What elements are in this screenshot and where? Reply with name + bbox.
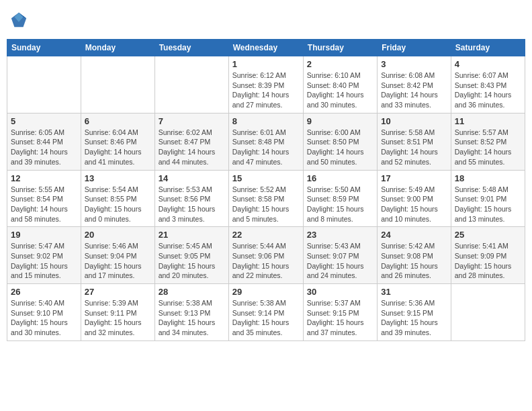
calendar-week-row: 12Sunrise: 5:55 AM Sunset: 8:54 PM Dayli… xyxy=(7,170,525,227)
weekday-header-tuesday: Tuesday xyxy=(154,40,228,56)
day-detail: Sunrise: 6:00 AM Sunset: 8:50 PM Dayligh… xyxy=(307,128,373,167)
calendar-cell: 30Sunrise: 5:37 AM Sunset: 9:15 PM Dayli… xyxy=(303,284,377,341)
day-detail: Sunrise: 6:10 AM Sunset: 8:40 PM Dayligh… xyxy=(307,71,373,110)
day-detail: Sunrise: 5:52 AM Sunset: 8:58 PM Dayligh… xyxy=(232,185,300,224)
weekday-header-sunday: Sunday xyxy=(7,40,81,56)
calendar-cell: 18Sunrise: 5:48 AM Sunset: 9:01 PM Dayli… xyxy=(451,170,525,227)
calendar-cell: 26Sunrise: 5:40 AM Sunset: 9:10 PM Dayli… xyxy=(7,284,81,341)
calendar-cell xyxy=(7,56,81,113)
day-detail: Sunrise: 6:05 AM Sunset: 8:44 PM Dayligh… xyxy=(11,128,77,167)
header xyxy=(7,7,525,34)
day-number: 20 xyxy=(85,230,151,240)
day-number: 29 xyxy=(232,287,300,297)
day-number: 31 xyxy=(381,287,447,297)
day-number: 12 xyxy=(11,173,77,183)
day-detail: Sunrise: 5:37 AM Sunset: 9:15 PM Dayligh… xyxy=(307,298,373,338)
day-number: 23 xyxy=(307,230,373,240)
day-detail: Sunrise: 5:40 AM Sunset: 9:10 PM Dayligh… xyxy=(11,298,77,338)
calendar-week-row: 19Sunrise: 5:47 AM Sunset: 9:02 PM Dayli… xyxy=(7,227,525,284)
day-number: 17 xyxy=(381,173,447,183)
day-number: 9 xyxy=(307,116,373,126)
calendar-cell: 20Sunrise: 5:46 AM Sunset: 9:04 PM Dayli… xyxy=(81,227,154,284)
calendar-cell: 15Sunrise: 5:52 AM Sunset: 8:58 PM Dayli… xyxy=(228,170,303,227)
day-detail: Sunrise: 5:44 AM Sunset: 9:06 PM Dayligh… xyxy=(232,241,300,281)
day-detail: Sunrise: 5:39 AM Sunset: 9:11 PM Dayligh… xyxy=(85,298,151,338)
weekday-header-wednesday: Wednesday xyxy=(228,40,303,56)
calendar-cell: 27Sunrise: 5:39 AM Sunset: 9:11 PM Dayli… xyxy=(81,284,154,341)
calendar-cell: 4Sunrise: 6:07 AM Sunset: 8:43 PM Daylig… xyxy=(451,56,525,113)
day-detail: Sunrise: 5:38 AM Sunset: 9:14 PM Dayligh… xyxy=(232,298,300,338)
calendar-cell: 10Sunrise: 5:58 AM Sunset: 8:51 PM Dayli… xyxy=(378,113,451,170)
day-number: 1 xyxy=(232,59,300,69)
calendar-table: SundayMondayTuesdayWednesdayThursdayFrid… xyxy=(7,39,525,341)
calendar-cell: 6Sunrise: 6:04 AM Sunset: 8:46 PM Daylig… xyxy=(81,113,154,170)
day-detail: Sunrise: 5:49 AM Sunset: 9:00 PM Dayligh… xyxy=(381,185,447,224)
day-detail: Sunrise: 5:42 AM Sunset: 9:08 PM Dayligh… xyxy=(381,241,447,281)
weekday-header-friday: Friday xyxy=(378,40,451,56)
day-detail: Sunrise: 5:53 AM Sunset: 8:56 PM Dayligh… xyxy=(159,185,225,224)
day-number: 24 xyxy=(381,230,447,240)
day-detail: Sunrise: 5:46 AM Sunset: 9:04 PM Dayligh… xyxy=(85,241,151,281)
calendar-cell: 28Sunrise: 5:38 AM Sunset: 9:13 PM Dayli… xyxy=(154,284,228,341)
calendar-cell: 1Sunrise: 6:12 AM Sunset: 8:39 PM Daylig… xyxy=(228,56,303,113)
weekday-header-saturday: Saturday xyxy=(451,40,525,56)
day-detail: Sunrise: 5:55 AM Sunset: 8:54 PM Dayligh… xyxy=(11,185,77,224)
day-number: 22 xyxy=(232,230,300,240)
day-detail: Sunrise: 6:01 AM Sunset: 8:48 PM Dayligh… xyxy=(232,128,300,167)
day-detail: Sunrise: 6:12 AM Sunset: 8:39 PM Dayligh… xyxy=(232,71,300,110)
day-detail: Sunrise: 5:38 AM Sunset: 9:13 PM Dayligh… xyxy=(159,298,225,338)
calendar-cell: 2Sunrise: 6:10 AM Sunset: 8:40 PM Daylig… xyxy=(303,56,377,113)
calendar-cell: 23Sunrise: 5:43 AM Sunset: 9:07 PM Dayli… xyxy=(303,227,377,284)
calendar-cell: 12Sunrise: 5:55 AM Sunset: 8:54 PM Dayli… xyxy=(7,170,81,227)
day-detail: Sunrise: 5:36 AM Sunset: 9:15 PM Dayligh… xyxy=(381,298,447,338)
calendar-cell: 31Sunrise: 5:36 AM Sunset: 9:15 PM Dayli… xyxy=(378,284,451,341)
day-detail: Sunrise: 5:47 AM Sunset: 9:02 PM Dayligh… xyxy=(11,241,77,281)
day-detail: Sunrise: 6:02 AM Sunset: 8:47 PM Dayligh… xyxy=(159,128,225,167)
day-detail: Sunrise: 5:58 AM Sunset: 8:51 PM Dayligh… xyxy=(381,128,447,167)
calendar-cell: 19Sunrise: 5:47 AM Sunset: 9:02 PM Dayli… xyxy=(7,227,81,284)
calendar-cell: 25Sunrise: 5:41 AM Sunset: 9:09 PM Dayli… xyxy=(451,227,525,284)
day-number: 16 xyxy=(307,173,373,183)
day-number: 4 xyxy=(455,59,521,69)
weekday-header-thursday: Thursday xyxy=(303,40,377,56)
day-number: 21 xyxy=(159,230,225,240)
calendar-week-row: 1Sunrise: 6:12 AM Sunset: 8:39 PM Daylig… xyxy=(7,56,525,113)
day-number: 5 xyxy=(11,116,77,126)
day-number: 2 xyxy=(307,59,373,69)
calendar-cell: 5Sunrise: 6:05 AM Sunset: 8:44 PM Daylig… xyxy=(7,113,81,170)
day-number: 26 xyxy=(11,287,77,297)
day-detail: Sunrise: 6:08 AM Sunset: 8:42 PM Dayligh… xyxy=(381,71,447,110)
day-number: 27 xyxy=(85,287,151,297)
calendar-cell: 7Sunrise: 6:02 AM Sunset: 8:47 PM Daylig… xyxy=(154,113,228,170)
day-number: 10 xyxy=(381,116,447,126)
day-number: 25 xyxy=(455,230,521,240)
day-number: 19 xyxy=(11,230,77,240)
calendar-cell: 24Sunrise: 5:42 AM Sunset: 9:08 PM Dayli… xyxy=(378,227,451,284)
calendar-cell: 29Sunrise: 5:38 AM Sunset: 9:14 PM Dayli… xyxy=(228,284,303,341)
weekday-header-row: SundayMondayTuesdayWednesdayThursdayFrid… xyxy=(7,40,525,56)
calendar-cell: 13Sunrise: 5:54 AM Sunset: 8:55 PM Dayli… xyxy=(81,170,154,227)
calendar-cell: 9Sunrise: 6:00 AM Sunset: 8:50 PM Daylig… xyxy=(303,113,377,170)
day-number: 18 xyxy=(455,173,521,183)
calendar-cell: 21Sunrise: 5:45 AM Sunset: 9:05 PM Dayli… xyxy=(154,227,228,284)
day-detail: Sunrise: 5:43 AM Sunset: 9:07 PM Dayligh… xyxy=(307,241,373,281)
calendar-week-row: 26Sunrise: 5:40 AM Sunset: 9:10 PM Dayli… xyxy=(7,284,525,341)
calendar-cell: 3Sunrise: 6:08 AM Sunset: 8:42 PM Daylig… xyxy=(378,56,451,113)
weekday-header-monday: Monday xyxy=(81,40,154,56)
day-number: 28 xyxy=(159,287,225,297)
day-number: 14 xyxy=(159,173,225,183)
day-number: 11 xyxy=(455,116,521,126)
calendar-cell: 16Sunrise: 5:50 AM Sunset: 8:59 PM Dayli… xyxy=(303,170,377,227)
day-detail: Sunrise: 5:54 AM Sunset: 8:55 PM Dayligh… xyxy=(85,185,151,224)
calendar-cell: 11Sunrise: 5:57 AM Sunset: 8:52 PM Dayli… xyxy=(451,113,525,170)
calendar-cell xyxy=(451,284,525,341)
calendar-cell: 17Sunrise: 5:49 AM Sunset: 9:00 PM Dayli… xyxy=(378,170,451,227)
logo-icon xyxy=(9,11,28,30)
calendar-cell: 8Sunrise: 6:01 AM Sunset: 8:48 PM Daylig… xyxy=(228,113,303,170)
day-number: 3 xyxy=(381,59,447,69)
day-detail: Sunrise: 6:07 AM Sunset: 8:43 PM Dayligh… xyxy=(455,71,521,110)
day-number: 8 xyxy=(232,116,300,126)
calendar-week-row: 5Sunrise: 6:05 AM Sunset: 8:44 PM Daylig… xyxy=(7,113,525,170)
day-detail: Sunrise: 5:48 AM Sunset: 9:01 PM Dayligh… xyxy=(455,185,521,224)
logo xyxy=(9,11,30,30)
